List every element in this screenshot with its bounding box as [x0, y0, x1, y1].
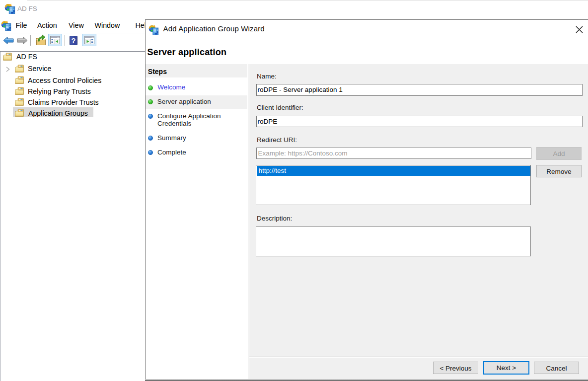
svg-text:?: ? — [72, 36, 76, 44]
